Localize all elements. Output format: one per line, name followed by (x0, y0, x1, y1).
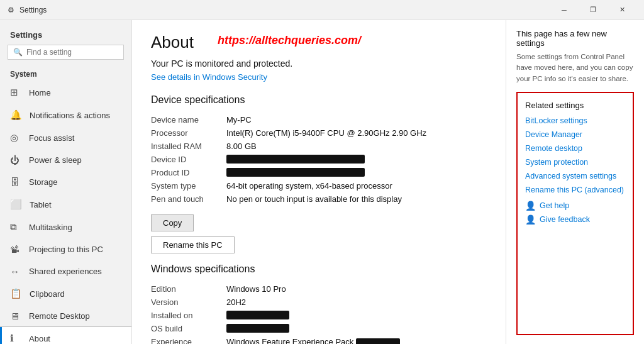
close-button[interactable]: ✕ (608, 0, 636, 20)
experience-label: Experience (151, 337, 226, 344)
related-link-system-protection[interactable]: System protection (525, 158, 625, 167)
rename-pc-button[interactable]: Rename this PC (151, 236, 235, 253)
help-section: 👤 Get help 👤 Give feedback (525, 201, 625, 225)
sidebar-item-label: About (29, 334, 50, 343)
device-name-value: My-PC (226, 115, 487, 125)
right-panel-top: This page has a few new settings Some se… (516, 29, 634, 84)
device-name-label: Device name (151, 115, 226, 125)
related-settings-title: Related settings (525, 101, 625, 110)
installed-value (226, 311, 289, 319)
related-settings-box: Related settings BitLocker settingsDevic… (516, 92, 634, 335)
sidebar-item-tablet[interactable]: ⬜Tablet (0, 193, 131, 216)
installed-label: Installed on (151, 311, 226, 320)
multitasking-icon: ⧉ (10, 221, 21, 233)
clipboard-icon: 📋 (10, 288, 22, 299)
monitored-text: Your PC is monitored and protected. (151, 58, 487, 69)
related-link-rename-this-pc-(advanced)[interactable]: Rename this PC (advanced) (525, 186, 625, 194)
ram-label: Installed RAM (151, 141, 226, 151)
sidebar-search[interactable]: 🔍 (8, 45, 124, 60)
notifications-icon: 🔔 (10, 109, 22, 121)
power-icon: ⏻ (10, 155, 21, 165)
get-help-item[interactable]: 👤 Get help (525, 201, 625, 211)
title-bar-left: ⚙ Settings (8, 6, 47, 14)
sidebar-item-home[interactable]: ⊞Home (0, 81, 131, 104)
search-input[interactable] (26, 48, 118, 57)
edition-row: Edition Windows 10 Pro (151, 282, 487, 296)
device-id-label: Device ID (151, 155, 226, 164)
sidebar-item-label: Home (29, 88, 51, 97)
edition-value: Windows 10 Pro (226, 284, 487, 294)
device-id-row: Device ID (151, 153, 487, 166)
right-panel-title: This page has a few new settings (516, 29, 634, 48)
version-label: Version (151, 297, 226, 307)
sidebar-item-power[interactable]: ⏻Power & sleep (0, 149, 131, 171)
settings-icon: ⚙ (8, 6, 14, 14)
device-name-row: Device name My-PC (151, 113, 487, 126)
search-icon: 🔍 (13, 48, 23, 57)
related-link-bitlocker-settings[interactable]: BitLocker settings (525, 116, 625, 125)
give-feedback-item[interactable]: 👤 Give feedback (525, 214, 625, 225)
title-bar-title: Settings (19, 6, 47, 14)
give-feedback-label: Give feedback (540, 215, 590, 224)
sidebar-item-label: Projecting to this PC (29, 245, 103, 254)
tablet-icon: ⬜ (10, 199, 22, 210)
about-icon: ℹ (10, 333, 21, 344)
sidebar-item-label: Power & sleep (29, 155, 82, 165)
remote-icon: 🖥 (10, 311, 21, 321)
pen-label: Pen and touch (151, 194, 226, 204)
windows-specs-title: Windows specifications (151, 264, 487, 275)
projecting-icon: 📽 (10, 244, 21, 255)
sidebar-item-label: Tablet (30, 200, 52, 209)
get-help-label: Get help (540, 201, 569, 210)
sidebar-item-notifications[interactable]: 🔔Notifications & actions (0, 104, 131, 126)
sidebar-item-storage[interactable]: 🗄Storage (0, 171, 131, 193)
home-icon: ⊞ (10, 87, 21, 98)
sidebar-item-label: Multitasking (29, 223, 72, 232)
sidebar: Settings 🔍 System ⊞Home🔔Notifications & … (0, 20, 132, 344)
get-help-icon: 👤 (525, 201, 536, 211)
title-bar-controls: ─ ❐ ✕ (550, 0, 636, 20)
related-link-advanced-system-settings[interactable]: Advanced system settings (525, 172, 625, 180)
sidebar-item-projecting[interactable]: 📽Projecting to this PC (0, 238, 131, 260)
device-id-value (226, 155, 365, 164)
product-id-row: Product ID (151, 166, 487, 179)
ram-row: Installed RAM 8.00 GB (151, 140, 487, 153)
system-type-label: System type (151, 181, 226, 191)
sidebar-item-focus[interactable]: ◎Focus assist (0, 126, 131, 149)
pen-value: No pen or touch input is available for t… (226, 194, 487, 204)
restore-button[interactable]: ❐ (579, 0, 608, 20)
sidebar-item-multitasking[interactable]: ⧉Multitasking (0, 216, 131, 238)
related-link-device-manager[interactable]: Device Manager (525, 130, 625, 139)
device-spec-table: Device name My-PC Processor Intel(R) Cor… (151, 113, 487, 206)
right-panel: This page has a few new settings Some se… (506, 20, 644, 344)
pen-row: Pen and touch No pen or touch input is a… (151, 192, 487, 206)
sidebar-item-shared[interactable]: ↔Shared experiences (0, 260, 131, 282)
focus-icon: ◎ (10, 132, 21, 143)
device-specs-title: Device specifications (151, 94, 487, 106)
watermark: https://alltechqueries.com/ (218, 34, 361, 47)
processor-row: Processor Intel(R) Core(TM) i5-9400F CPU… (151, 126, 487, 140)
experience-value: Windows Feature Experience Pack (226, 337, 487, 344)
minimize-button[interactable]: ─ (550, 0, 579, 20)
ram-value: 8.00 GB (226, 141, 487, 151)
processor-label: Processor (151, 128, 226, 138)
sidebar-item-remote[interactable]: 🖥Remote Desktop (0, 305, 131, 327)
right-panel-desc: Some settings from Control Panel have mo… (516, 52, 634, 84)
storage-icon: 🗄 (10, 177, 21, 187)
title-bar: ⚙ Settings ─ ❐ ✕ (0, 0, 644, 20)
system-type-value: 64-bit operating system, x64-based proce… (226, 181, 487, 191)
sidebar-item-about[interactable]: ℹAbout (0, 327, 131, 344)
related-link-remote-desktop[interactable]: Remote desktop (525, 144, 625, 153)
sidebar-header: Settings (0, 20, 131, 45)
osbuild-label: OS build (151, 324, 226, 333)
app-body: Settings 🔍 System ⊞Home🔔Notifications & … (0, 20, 644, 344)
version-value: 20H2 (226, 297, 487, 307)
product-id-value (226, 168, 365, 177)
security-link[interactable]: See details in Windows Security (151, 72, 267, 82)
edition-label: Edition (151, 284, 226, 294)
shared-icon: ↔ (10, 266, 21, 277)
sidebar-item-clipboard[interactable]: 📋Clipboard (0, 282, 131, 305)
osbuild-row: OS build (151, 322, 487, 335)
copy-button-1[interactable]: Copy (151, 214, 194, 231)
version-row: Version 20H2 (151, 296, 487, 309)
